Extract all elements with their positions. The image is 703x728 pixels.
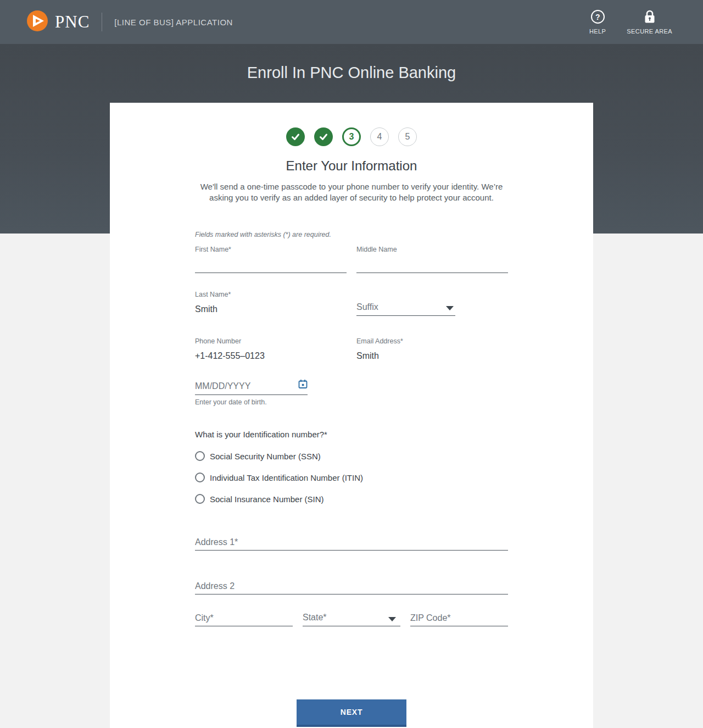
zip-input[interactable]	[410, 610, 508, 626]
help-label: HELP	[589, 28, 606, 35]
first-name-field: First Name*	[195, 246, 347, 273]
last-name-label: Last Name*	[195, 291, 347, 298]
phone-field: Phone Number	[195, 337, 347, 362]
city-input[interactable]	[195, 610, 293, 626]
dob-field	[195, 377, 308, 395]
step-2-complete	[314, 127, 333, 146]
radio-option-itin[interactable]: Individual Tax Identification Number (IT…	[195, 473, 508, 482]
radio-option-sin[interactable]: Social Insurance Number (SIN)	[195, 494, 508, 504]
chevron-down-icon	[388, 617, 396, 621]
middle-name-label: Middle Name	[356, 246, 508, 253]
header-divider	[102, 13, 102, 31]
check-icon	[318, 131, 329, 142]
radio-icon	[195, 451, 205, 461]
chevron-down-icon	[446, 306, 454, 310]
phone-label: Phone Number	[195, 337, 347, 345]
check-icon	[290, 131, 301, 142]
section-description: We'll send a one-time passcode to your p…	[189, 181, 514, 203]
step-4: 4	[370, 127, 389, 146]
middle-name-input[interactable]	[356, 253, 508, 273]
radio-icon	[195, 473, 205, 482]
suffix-select[interactable]: Suffix	[356, 299, 455, 316]
zip-field	[410, 610, 508, 626]
email-field: Email Address*	[356, 337, 508, 362]
page-title: Enroll In PNC Online Banking	[0, 44, 703, 82]
lock-icon	[643, 9, 657, 25]
step-5: 5	[398, 127, 417, 146]
address2-input[interactable]	[195, 578, 508, 594]
header-bar: PNC [LINE OF BUS] APPLICATION ? HELP	[0, 0, 703, 44]
address1-field	[195, 534, 508, 578]
radio-option-ssn[interactable]: Social Security Number (SSN)	[195, 451, 508, 461]
state-select[interactable]: State*	[303, 610, 400, 626]
secure-area-indicator: SECURE AREA	[627, 9, 672, 35]
identification-question: What is your Identification number?*	[195, 430, 508, 439]
calendar-icon[interactable]	[298, 379, 308, 391]
svg-text:?: ?	[595, 13, 600, 21]
step-1-complete	[286, 127, 305, 146]
pnc-logo-icon	[26, 10, 48, 34]
city-field	[195, 610, 293, 626]
progress-stepper: 3 4 5	[110, 127, 593, 146]
help-icon: ?	[590, 9, 605, 25]
first-name-label: First Name*	[195, 246, 347, 253]
enrollment-form: Fields marked with asterisks (*) are req…	[195, 231, 508, 727]
pnc-logo-text: PNC	[55, 12, 90, 32]
address2-field	[195, 578, 508, 610]
step-3-active: 3	[342, 127, 361, 146]
email-input[interactable]	[356, 350, 508, 362]
radio-label-itin: Individual Tax Identification Number (IT…	[210, 473, 363, 482]
required-fields-note: Fields marked with asterisks (*) are req…	[195, 231, 508, 238]
radio-label-sin: Social Insurance Number (SIN)	[210, 494, 324, 504]
pnc-logo: PNC	[26, 10, 90, 34]
last-name-field: Last Name*	[195, 291, 347, 316]
dob-input[interactable]	[195, 377, 308, 395]
address1-input[interactable]	[195, 534, 508, 551]
help-button[interactable]: ? HELP	[589, 9, 606, 35]
suffix-field: Suffix	[356, 291, 455, 316]
secure-area-label: SECURE AREA	[627, 28, 672, 35]
enrollment-card: 3 4 5 Enter Your Information We'll send …	[110, 103, 593, 728]
section-heading: Enter Your Information	[110, 158, 593, 174]
radio-label-ssn: Social Security Number (SSN)	[210, 452, 321, 461]
radio-icon	[195, 494, 205, 504]
phone-input[interactable]	[195, 350, 347, 362]
first-name-input[interactable]	[195, 253, 347, 273]
last-name-input[interactable]	[195, 303, 347, 315]
state-placeholder: State*	[303, 613, 327, 623]
suffix-placeholder: Suffix	[356, 302, 378, 312]
middle-name-field: Middle Name	[356, 246, 508, 273]
application-title: [LINE OF BUS] APPLICATION	[114, 18, 233, 27]
dob-helper-text: Enter your date of birth.	[195, 398, 508, 406]
email-label: Email Address*	[356, 337, 508, 345]
next-button[interactable]: NEXT	[297, 699, 406, 727]
